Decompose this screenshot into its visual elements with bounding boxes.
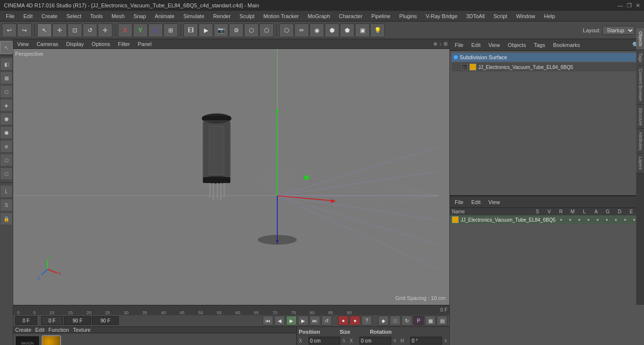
view-deform[interactable]: ▣ [355,23,370,37]
menu-item-snap[interactable]: Snap [130,12,150,20]
object-item-tube[interactable]: ▷ JJ_Electronics_Vacuum_Tube_EL84_6BQ5 ●… [452,63,644,71]
tool-move[interactable]: ✛ [52,23,67,37]
attr-file[interactable]: File [452,198,466,206]
viewport[interactable]: X Y Z [13,49,449,305]
sidebar-icon-cube[interactable]: ⬢ [0,126,13,139]
tool-rotate[interactable]: ↺ [83,23,97,37]
sidebar-icon-polygon[interactable] [0,55,13,57]
menu-item-window[interactable]: Window [512,12,539,20]
render-play[interactable]: ▶ [199,23,213,37]
size-x-spinner[interactable]: ⇅ [393,339,397,343]
menu-item-render[interactable]: Render [209,12,235,20]
btn-key-extra[interactable]: ▤ [437,316,447,325]
toolbar-redo[interactable]: ↪ [17,23,32,37]
menu-item-mesh[interactable]: Mesh [108,12,129,20]
menu-item-plugins[interactable]: Plugins [395,12,421,20]
render-settings[interactable]: ⚙ [229,23,244,37]
rot-h-spinner[interactable]: ⇅ [444,339,447,343]
obj-expand-icon[interactable]: ▷ [462,64,467,70]
mat-create[interactable]: Create [15,327,31,333]
btn-help[interactable]: ? [361,316,372,325]
vp-menu-options[interactable]: Options [89,41,112,47]
maximize-button[interactable]: ❐ [627,2,632,9]
menu-item-edit[interactable]: Edit [20,12,37,20]
attr-m-val[interactable]: ● [585,217,592,222]
current-frame-input[interactable] [15,316,37,325]
mat-texture[interactable]: Texture [73,327,90,333]
attr-s-val[interactable]: ● [557,217,565,222]
obj-objects[interactable]: Objects [505,41,529,49]
rot-h-input[interactable] [410,337,442,345]
start-frame-input[interactable] [41,316,63,325]
menu-item-create[interactable]: Create [38,12,62,20]
toolbar-undo[interactable]: ↩ [2,23,17,37]
menu-item-sculpt[interactable]: Sculpt [236,12,259,20]
mat-function[interactable]: Function [48,327,69,333]
btn-key-sch[interactable]: ▦ [425,316,436,325]
pos-x-spinner[interactable]: ⇅ [342,339,346,343]
attr-v-val[interactable]: ● [567,217,574,222]
btn-key-move[interactable]: ◆ [378,316,389,325]
btn-next-frame[interactable]: ▶ [298,316,309,325]
vp-ctrl-full[interactable]: ⊞ [444,41,447,46]
end-frame2-input[interactable] [92,316,119,325]
vp-menu-filter[interactable]: Filter [116,41,132,47]
sidebar-icon-motion[interactable]: ⬟ [0,113,13,125]
layout-select[interactable]: Startup [602,26,635,35]
vp-menu-panel[interactable]: Panel [136,41,154,47]
vp-ctrl-maximize[interactable]: ↓ [439,41,442,46]
menu-item-select[interactable]: Select [63,12,86,20]
menu-item-v-ray-bridge[interactable]: V-Ray Bridge [422,12,462,20]
attr-a-val[interactable]: ● [603,217,611,222]
sidebar-icon-light[interactable]: ⬡ [0,167,13,180]
end-frame-input[interactable] [64,316,91,325]
attr-view[interactable]: View [486,198,503,206]
render-still[interactable]: 📷 [214,23,228,37]
sidebar-icon-l[interactable]: L [0,185,13,198]
material-item[interactable]: EL84 [42,335,61,345]
sidebar-icon-plane[interactable]: ⊕ [0,140,13,153]
view-brush[interactable]: ⬢ [325,23,339,37]
vp-menu-display[interactable]: Display [64,41,86,47]
render-more[interactable]: ⬡ [244,23,259,37]
menu-item-script[interactable]: Script [489,12,511,20]
tab-objects[interactable]: Objects [636,28,644,50]
view-pen[interactable]: ✏ [294,23,309,37]
menu-item-motion-tracker[interactable]: Motion Tracker [259,12,303,20]
vp-menu-cameras[interactable]: Cameras [35,41,61,47]
render-film[interactable]: 🎞 [183,23,198,37]
view-cube[interactable]: ⬡ [279,23,294,37]
sidebar-icon-model[interactable]: ◧ [0,58,13,70]
menu-item-pipeline[interactable]: Pipeline [367,12,394,20]
vp-menu-view[interactable]: View [15,41,31,47]
tab-tags[interactable]: Tags [636,50,644,66]
btn-go-end[interactable]: ⏭ [310,316,320,325]
menu-item-simulate[interactable]: Simulate [179,12,208,20]
menu-item-help[interactable]: Help [540,12,559,20]
btn-record2[interactable]: ● [350,316,360,325]
attr-edit[interactable]: Edit [468,198,484,206]
sidebar-icon-camera[interactable]: ⬠ [0,154,13,166]
menu-item-mograph[interactable]: MoGraph [304,12,334,20]
menu-item-animate[interactable]: Animate [151,12,178,20]
tool-transform[interactable]: ✛ [98,23,112,37]
axis-x[interactable]: X [118,23,133,37]
btn-prev-frame[interactable]: ◀ [274,316,285,325]
sidebar-icon-lock[interactable]: 🔒 [0,212,13,225]
sidebar-icon-s[interactable]: S [0,199,13,211]
btn-key-pos[interactable]: P [413,316,424,325]
tool-select[interactable]: ↖ [37,23,52,37]
axis-world[interactable]: ⊞ [163,23,178,37]
attr-object-row[interactable]: JJ_Electronics_Vacuum_Tube_EL84_6BQ5 ● ●… [450,215,644,224]
pos-x-input[interactable] [309,337,340,345]
btn-record[interactable]: ● [338,316,349,325]
menu-item-3dtoall[interactable]: 3DToAll [462,12,489,20]
attr-l-val[interactable]: ● [594,217,601,222]
render-extra[interactable]: ⬠ [259,23,274,37]
tab-layers[interactable]: Layers [636,154,644,173]
sidebar-icon-sculpt[interactable]: ◈ [0,99,13,112]
axis-y[interactable]: Y [133,23,148,37]
vp-ctrl-minimize[interactable]: ⊕ [433,41,437,46]
subdivision-surface-item[interactable]: Subdivision Surface ✓ ● [452,53,644,62]
view-sphere[interactable]: ◉ [310,23,324,37]
